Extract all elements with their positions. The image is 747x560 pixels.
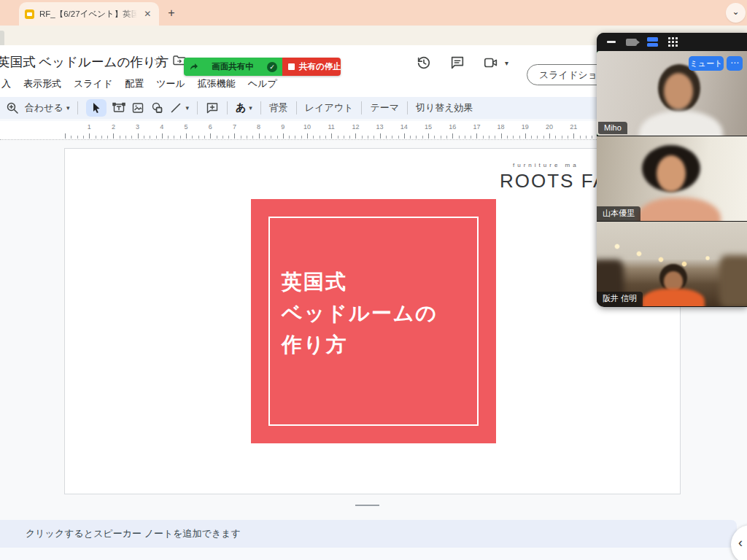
zoom-tool-icon[interactable]	[6, 101, 19, 114]
share-check-icon: ✓	[267, 62, 277, 72]
slides-file-icon	[25, 9, 34, 19]
speaker-notes-input[interactable]: クリックするとスピーカー ノートを追加できます	[0, 520, 737, 548]
room-furniture	[719, 255, 747, 306]
minimize-icon[interactable]	[607, 41, 616, 43]
more-options-button[interactable]: ⋯	[727, 56, 743, 71]
notes-resize-handle[interactable]	[355, 505, 379, 506]
fit-zoom-label: 合わせる	[25, 101, 63, 114]
video-tile-miho[interactable]: ミュート ⋯ Miho	[597, 51, 747, 136]
fit-zoom-select[interactable]: 合わせる ▾	[25, 101, 69, 114]
ime-caret-icon: ▾	[249, 104, 252, 112]
brand-logo-text: ROOTS FA	[500, 170, 607, 192]
speaker-view-icon[interactable]	[626, 39, 637, 46]
menu-extensions[interactable]: 拡張機能	[198, 77, 236, 90]
slide-title-text[interactable]: 英国式 ベッドルームの 作り方	[282, 266, 438, 360]
line-tool-button[interactable]: ▾	[169, 101, 189, 114]
speaker-notes-section: クリックするとスピーカー ノートを追加できます	[0, 520, 747, 560]
line-caret-icon: ▾	[185, 104, 189, 112]
background-button[interactable]: 背景	[269, 101, 288, 114]
stop-share-label: 共有の停止	[299, 61, 341, 72]
meet-camera-icon[interactable]	[483, 55, 499, 71]
line-tool-icon	[169, 101, 182, 114]
menu-tools[interactable]: ツール	[156, 77, 185, 90]
toolbar-divider	[296, 101, 297, 114]
tab-title: RF_【6/27イベント】英国式 ベ	[39, 9, 137, 20]
textbox-tool-icon[interactable]	[112, 101, 125, 114]
toolbar-divider	[197, 101, 198, 114]
comments-icon[interactable]	[449, 55, 465, 71]
slide-title-line-1: 英国式	[282, 266, 438, 298]
camera-caret-icon[interactable]: ▾	[505, 59, 508, 67]
screen: RF_【6/27イベント】英国式 ベ ✕ + ⌄ 英国式 ベッドルームの作り方 …	[0, 0, 747, 560]
menu-bar: 入 表示形式 スライド 配置 ツール 拡張機能 ヘルプ	[1, 77, 277, 90]
share-status-section: 画面共有中 ✓	[184, 58, 282, 76]
fit-caret-icon: ▾	[66, 104, 70, 112]
layout-button[interactable]: レイアウト	[305, 101, 354, 114]
star-icon[interactable]: ☆	[153, 53, 164, 69]
slide-title-line-3: 作り方	[282, 329, 438, 360]
version-history-icon[interactable]	[416, 55, 432, 71]
screen-share-banner: 画面共有中 ✓ 共有の停止	[184, 58, 341, 76]
tab-search-chevron-icon[interactable]: ⌄	[726, 3, 746, 23]
title-card[interactable]: 英国式 ベッドルームの 作り方	[251, 199, 496, 443]
menu-insert-cut[interactable]: 入	[1, 77, 11, 90]
toolbar-divider	[361, 101, 362, 114]
slide-title-line-2: ベッドルームの	[282, 298, 438, 329]
slide-page[interactable]: furniture ma ROOTS FA 英国式 ベッドルームの 作り方	[64, 148, 681, 494]
add-comment-icon[interactable]	[206, 101, 219, 114]
new-tab-button[interactable]: +	[164, 6, 179, 20]
toolbar-divider	[407, 101, 408, 114]
video-tile-yamamoto[interactable]: 山本優里	[597, 136, 747, 221]
toolbar-divider	[227, 101, 228, 114]
document-title[interactable]: 英国式 ベッドルームの作り方	[0, 53, 169, 71]
theme-button[interactable]: テーマ	[370, 101, 399, 114]
toolbar-divider	[260, 101, 261, 114]
browser-tab[interactable]: RF_【6/27イベント】英国式 ベ ✕	[19, 2, 159, 26]
share-arrow-icon	[189, 62, 198, 71]
input-method-button[interactable]: あ ▾	[236, 101, 252, 114]
participant-silhouette	[642, 289, 705, 306]
transition-button[interactable]: 切り替え効果	[416, 101, 473, 114]
chevron-left-icon: ‹	[738, 535, 743, 551]
stop-share-button[interactable]: 共有の停止	[282, 58, 341, 76]
zoom-video-panel[interactable]: ミュート ⋯ Miho 山本優里 阪井 信明	[597, 33, 747, 307]
menu-arrange[interactable]: 配置	[125, 77, 144, 90]
ime-label: あ	[236, 101, 246, 114]
gallery-strip-view-icon[interactable]	[647, 37, 658, 47]
share-status-text: 画面共有中	[212, 61, 254, 72]
menu-slide[interactable]: スライド	[74, 77, 112, 90]
participant-silhouette	[664, 73, 693, 109]
speaker-notes-placeholder: クリックするとスピーカー ノートを追加できます	[26, 527, 241, 540]
grid-view-icon[interactable]	[668, 37, 678, 47]
header-action-icons: ▾	[416, 55, 508, 71]
menu-format[interactable]: 表示形式	[23, 77, 61, 90]
participant-name: 山本優里	[597, 206, 640, 221]
mute-button[interactable]: ミュート	[689, 56, 724, 71]
toolbar-divider	[77, 101, 78, 114]
select-tool-button[interactable]	[86, 99, 107, 117]
participant-silhouette	[657, 155, 686, 192]
cursor-icon	[90, 101, 103, 114]
zoom-panel-titlebar[interactable]	[597, 33, 747, 51]
brand-tagline: furniture ma	[513, 162, 579, 168]
video-tile-sakai[interactable]: 阪井 信明	[597, 222, 747, 306]
menu-help[interactable]: ヘルプ	[248, 77, 277, 90]
browser-tab-bar: RF_【6/27イベント】英国式 ベ ✕ + ⌄	[0, 0, 747, 26]
stop-icon	[288, 63, 295, 70]
tab-close-icon[interactable]: ✕	[142, 8, 153, 20]
participant-name: 阪井 信明	[597, 292, 643, 306]
shape-tool-icon[interactable]	[150, 101, 163, 114]
insert-image-icon[interactable]	[131, 101, 144, 114]
participant-name: Miho	[598, 122, 627, 134]
